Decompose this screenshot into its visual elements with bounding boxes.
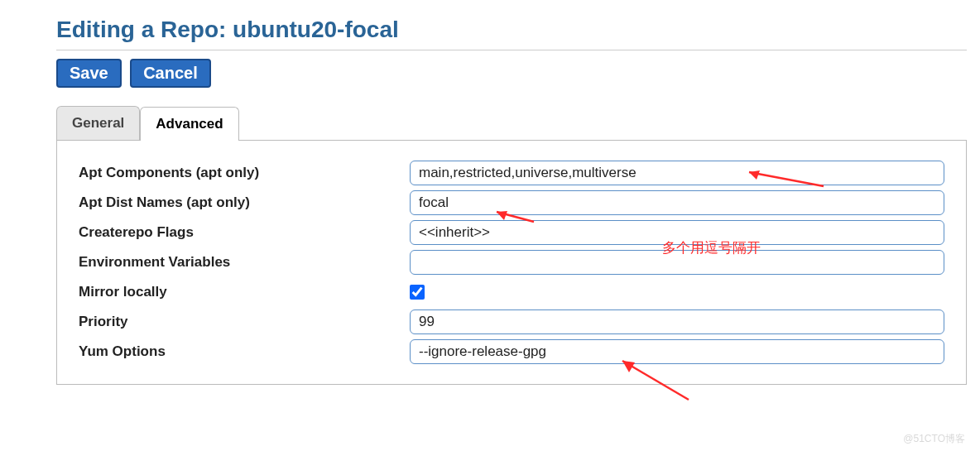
createrepo-flags-input[interactable] (410, 220, 944, 245)
createrepo-flags-label: Createrepo Flags (79, 224, 410, 241)
priority-input[interactable] (410, 309, 944, 334)
tabs: General Advanced (56, 106, 967, 141)
mirror-locally-label: Mirror locally (79, 284, 410, 300)
action-buttons: Save Cancel (56, 59, 980, 88)
cancel-button[interactable]: Cancel (130, 59, 211, 88)
apt-dist-names-label: Apt Dist Names (apt only) (79, 194, 410, 211)
yum-options-label: Yum Options (79, 343, 410, 360)
mirror-locally-checkbox[interactable] (410, 285, 425, 300)
title-divider (56, 50, 967, 50)
tab-general[interactable]: General (56, 106, 140, 140)
env-vars-label: Environment Variables (79, 254, 410, 271)
apt-dist-names-input[interactable] (410, 190, 944, 215)
watermark: @51CTO博客 (903, 432, 965, 446)
save-button[interactable]: Save (56, 59, 122, 88)
tab-advanced[interactable]: Advanced (140, 107, 238, 141)
env-vars-input[interactable] (410, 250, 944, 275)
yum-options-input[interactable] (410, 339, 944, 364)
apt-components-label: Apt Components (apt only) (79, 165, 410, 181)
advanced-panel: Apt Components (apt only) Apt Dist Names… (56, 141, 967, 385)
apt-components-input[interactable] (410, 161, 944, 185)
page-title: Editing a Repo: ubuntu20-focal (56, 17, 980, 43)
priority-label: Priority (79, 314, 410, 330)
